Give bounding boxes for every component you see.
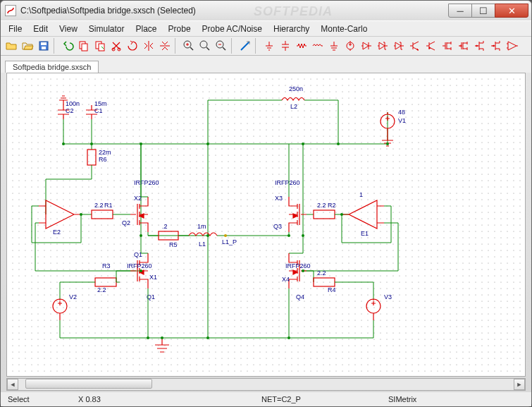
svg-text:22m: 22m [99, 149, 111, 156]
mirror-v-icon[interactable] [157, 38, 173, 54]
ground-icon[interactable] [261, 38, 277, 54]
svg-point-76 [287, 234, 290, 237]
menu-file[interactable]: File [4, 23, 27, 35]
maximize-button[interactable]: ☐ [471, 4, 495, 18]
svg-text:Q1: Q1 [134, 251, 142, 258]
svg-text:48: 48 [398, 109, 405, 116]
diode-icon[interactable] [359, 38, 374, 54]
svg-text:C2: C2 [66, 107, 74, 114]
svg-text:Q4: Q4 [296, 293, 304, 300]
svg-text:R2: R2 [328, 202, 336, 209]
svg-rect-1 [41, 42, 47, 45]
svg-point-35 [224, 234, 227, 237]
svg-text:R3: R3 [102, 262, 111, 269]
svg-point-70 [206, 142, 209, 145]
svg-rect-6 [99, 44, 104, 51]
svg-point-10 [200, 41, 207, 48]
zener-icon[interactable] [375, 38, 390, 54]
scroll-thumb[interactable] [25, 379, 152, 389]
menu-edit[interactable]: Edit [28, 23, 53, 35]
jfet-n-icon[interactable] [472, 38, 488, 54]
svg-point-80 [147, 336, 149, 339]
schematic-canvas[interactable]: 100n C2 15m C1 22m R6 E2 2.2 R1 [6, 73, 526, 377]
svg-text:C1: C1 [94, 107, 103, 114]
window-title: C:\Softpedia\Softpedia bridge.sxsch (Sel… [20, 6, 445, 16]
menu-monte-carlo[interactable]: Monte-Carlo [316, 23, 372, 35]
svg-text:R5: R5 [169, 241, 178, 248]
zoom-fit-icon[interactable] [197, 38, 213, 54]
svg-text:X1: X1 [149, 274, 157, 281]
app-icon [5, 5, 16, 16]
svg-text:L1_P: L1_P [222, 238, 237, 245]
paste-icon[interactable] [92, 38, 108, 54]
open-icon[interactable] [4, 38, 19, 54]
status-net: NET=C2_P [261, 395, 388, 403]
inductor-icon[interactable] [310, 38, 326, 54]
svg-text:X2: X2 [134, 195, 142, 202]
scroll-left-button[interactable]: ◄ [7, 379, 18, 390]
svg-text:2.2: 2.2 [317, 269, 326, 277]
status-app: SIMetrix [388, 395, 416, 403]
svg-point-77 [302, 234, 304, 237]
close-button[interactable]: ✕ [495, 4, 528, 18]
rotate-icon[interactable] [125, 38, 140, 54]
svg-rect-15 [6, 73, 526, 377]
zoom-out-icon[interactable] [214, 38, 229, 54]
vsource-icon[interactable] [342, 38, 358, 54]
schottky-icon[interactable] [391, 38, 407, 54]
status-mode: Select [8, 395, 78, 403]
scroll-right-button[interactable]: ► [514, 379, 525, 390]
nmos-icon[interactable] [440, 38, 455, 54]
capacitor-icon[interactable] [278, 38, 293, 54]
menu-probe[interactable]: Probe [163, 23, 196, 35]
svg-point-67 [62, 142, 65, 145]
svg-text:IRFP260: IRFP260 [285, 262, 311, 269]
open-folder-icon[interactable] [20, 38, 35, 54]
svg-text:IRFP260: IRFP260 [275, 179, 300, 186]
svg-text:2.2: 2.2 [97, 286, 106, 293]
pnp-icon[interactable] [423, 38, 439, 54]
mirror-h-icon[interactable] [141, 38, 156, 54]
svg-point-73 [386, 142, 389, 145]
menubar: File Edit View Simulator Place Probe Pro… [1, 20, 531, 36]
jfet-p-icon[interactable] [488, 38, 504, 54]
titlebar: C:\Softpedia\Softpedia bridge.sxsch (Sel… [1, 1, 531, 20]
svg-text:L2: L2 [290, 103, 297, 110]
svg-point-74 [140, 234, 142, 237]
svg-rect-4 [82, 44, 87, 51]
svg-text:IRFP260: IRFP260 [134, 179, 159, 186]
save-icon[interactable] [36, 38, 51, 54]
menu-place[interactable]: Place [131, 23, 162, 35]
horizontal-scrollbar[interactable]: ◄ ► [6, 378, 526, 391]
svg-point-68 [90, 142, 93, 145]
minimize-button[interactable]: ─ [448, 4, 472, 18]
npn-icon[interactable] [407, 38, 423, 54]
svg-text:.2: .2 [162, 223, 168, 230]
document-tab[interactable]: Softpedia bridge.sxsch [5, 61, 99, 73]
svg-text:IRFP260: IRFP260 [127, 262, 152, 269]
pmos-icon[interactable] [456, 38, 471, 54]
svg-text:V1: V1 [398, 117, 406, 124]
scroll-track[interactable] [18, 379, 514, 390]
cut-icon[interactable] [109, 38, 124, 54]
svg-text:250n: 250n [289, 85, 303, 92]
ground2-icon[interactable] [326, 38, 342, 54]
svg-text:2.2: 2.2 [94, 202, 104, 209]
menu-simulator[interactable]: Simulator [84, 23, 130, 35]
undo-icon[interactable] [60, 38, 75, 54]
opamp-icon[interactable] [505, 38, 520, 54]
menu-hierarchy[interactable]: Hierarchy [268, 23, 314, 35]
menu-view[interactable]: View [54, 23, 82, 35]
svg-text:V2: V2 [69, 293, 77, 300]
svg-point-82 [287, 336, 290, 339]
svg-text:X4: X4 [282, 276, 290, 283]
svg-point-83 [161, 336, 163, 339]
copy-icon[interactable] [76, 38, 92, 54]
svg-point-85 [302, 269, 304, 272]
menu-probe-ac-noise[interactable]: Probe AC/Noise [197, 23, 267, 35]
svg-text:L1: L1 [199, 241, 206, 248]
tabstrip: Softpedia bridge.sxsch [1, 56, 531, 73]
wire-icon[interactable] [237, 38, 253, 54]
zoom-in-icon[interactable] [181, 38, 197, 54]
resistor-icon[interactable] [294, 38, 309, 54]
